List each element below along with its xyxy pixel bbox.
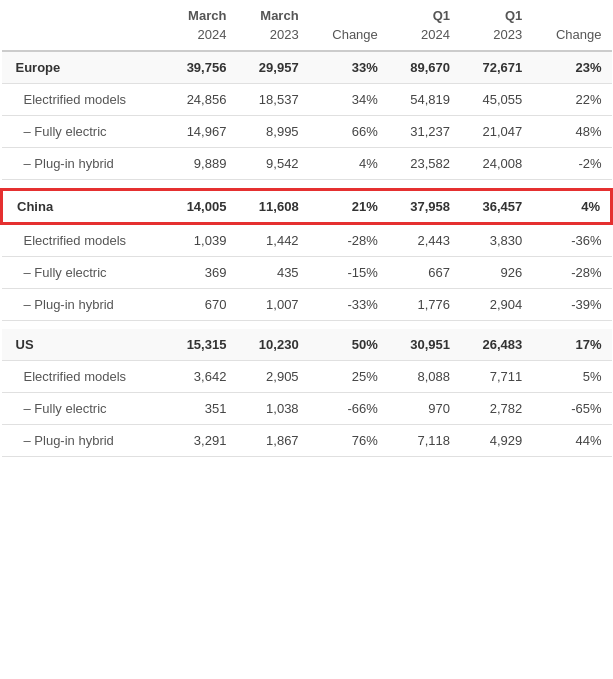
spacer-row: [2, 321, 612, 330]
sub-row-europe-0: Electrified models24,85618,53734%54,8194…: [2, 84, 612, 116]
sub-china-1-col-2: 435: [236, 257, 308, 289]
header-label-col: [2, 0, 165, 25]
sub-europe-1-col-2: 8,995: [236, 116, 308, 148]
sales-table: March March Q1 Q1 2024 2023 Change 2024 …: [0, 0, 613, 457]
sub-china-0-col-5: 3,830: [460, 224, 532, 257]
sub-row-china-2: – Plug-in hybrid6701,007-33%1,7762,904-3…: [2, 289, 612, 321]
sub-us-1-col-6: -65%: [532, 393, 611, 425]
sub-us-0-col-2: 2,905: [236, 361, 308, 393]
region-us-col-0: US: [2, 329, 165, 361]
sub-us-2-col-1: 3,291: [164, 425, 236, 457]
region-us-col-2: 10,230: [236, 329, 308, 361]
header-2023-b: 2023: [460, 25, 532, 51]
sub-europe-0-col-5: 45,055: [460, 84, 532, 116]
sub-us-2-col-5: 4,929: [460, 425, 532, 457]
spacer-cell: [460, 321, 532, 330]
sub-us-0-col-5: 7,711: [460, 361, 532, 393]
header-2023-a: 2023: [236, 25, 308, 51]
region-us-col-6: 17%: [532, 329, 611, 361]
sub-row-us-0: Electrified models3,6422,90525%8,0887,71…: [2, 361, 612, 393]
header-change-1-label: [309, 0, 388, 25]
region-us-col-1: 15,315: [164, 329, 236, 361]
sub-europe-1-col-6: 48%: [532, 116, 611, 148]
sub-china-1-col-4: 667: [388, 257, 460, 289]
region-europe-col-5: 72,671: [460, 51, 532, 84]
sub-europe-2-col-2: 9,542: [236, 148, 308, 180]
region-china-col-4: 37,958: [388, 190, 460, 224]
sub-china-2-col-4: 1,776: [388, 289, 460, 321]
header-change-a: Change: [309, 25, 388, 51]
spacer-cell: [388, 321, 460, 330]
sub-china-1-col-1: 369: [164, 257, 236, 289]
spacer-cell: [532, 180, 611, 190]
spacer-cell: [532, 321, 611, 330]
sub-china-0-col-6: -36%: [532, 224, 611, 257]
sub-china-2-col-5: 2,904: [460, 289, 532, 321]
sub-europe-1-col-4: 31,237: [388, 116, 460, 148]
sub-europe-0-col-6: 22%: [532, 84, 611, 116]
sub-row-europe-1: – Fully electric14,9678,99566%31,23721,0…: [2, 116, 612, 148]
spacer-cell: [164, 180, 236, 190]
sub-europe-2-col-4: 23,582: [388, 148, 460, 180]
sub-us-2-col-3: 76%: [309, 425, 388, 457]
region-us-col-3: 50%: [309, 329, 388, 361]
sub-us-0-col-0: Electrified models: [2, 361, 165, 393]
sub-row-china-0: Electrified models1,0391,442-28%2,4433,8…: [2, 224, 612, 257]
region-china-col-1: 14,005: [164, 190, 236, 224]
sub-china-1-col-3: -15%: [309, 257, 388, 289]
region-china-col-6: 4%: [532, 190, 611, 224]
sub-china-2-col-3: -33%: [309, 289, 388, 321]
sub-china-0-col-4: 2,443: [388, 224, 460, 257]
sub-us-0-col-3: 25%: [309, 361, 388, 393]
sub-china-2-col-0: – Plug-in hybrid: [2, 289, 165, 321]
sub-china-2-col-6: -39%: [532, 289, 611, 321]
region-china-col-5: 36,457: [460, 190, 532, 224]
header-change-2-label: [532, 0, 611, 25]
sub-europe-2-col-0: – Plug-in hybrid: [2, 148, 165, 180]
header-march-2024-label: March: [164, 0, 236, 25]
sub-europe-0-col-4: 54,819: [388, 84, 460, 116]
region-china-col-0: China: [2, 190, 165, 224]
sub-us-2-col-6: 44%: [532, 425, 611, 457]
sub-us-1-col-5: 2,782: [460, 393, 532, 425]
sub-europe-0-col-3: 34%: [309, 84, 388, 116]
spacer-cell: [2, 180, 165, 190]
region-europe-col-4: 89,670: [388, 51, 460, 84]
spacer-cell: [309, 321, 388, 330]
header-march-2023-label: March: [236, 0, 308, 25]
header-row-2: 2024 2023 Change 2024 2023 Change: [2, 25, 612, 51]
sub-china-1-col-5: 926: [460, 257, 532, 289]
sub-china-2-col-1: 670: [164, 289, 236, 321]
region-europe-col-3: 33%: [309, 51, 388, 84]
spacer-cell: [460, 180, 532, 190]
sub-us-2-col-2: 1,867: [236, 425, 308, 457]
sub-china-2-col-2: 1,007: [236, 289, 308, 321]
sub-us-1-col-4: 970: [388, 393, 460, 425]
spacer-cell: [388, 180, 460, 190]
header-2024-b: 2024: [388, 25, 460, 51]
sub-us-1-col-3: -66%: [309, 393, 388, 425]
region-row-us: US15,31510,23050%30,95126,48317%: [2, 329, 612, 361]
sub-us-1-col-0: – Fully electric: [2, 393, 165, 425]
spacer-cell: [236, 321, 308, 330]
header-row-1: March March Q1 Q1: [2, 0, 612, 25]
sub-us-0-col-4: 8,088: [388, 361, 460, 393]
sub-china-0-col-3: -28%: [309, 224, 388, 257]
sub-europe-1-col-5: 21,047: [460, 116, 532, 148]
sub-europe-2-col-5: 24,008: [460, 148, 532, 180]
header-q1-2024-label: Q1: [388, 0, 460, 25]
sub-china-0-col-0: Electrified models: [2, 224, 165, 257]
header-empty: [2, 25, 165, 51]
header-q1-2023-label: Q1: [460, 0, 532, 25]
region-china-col-2: 11,608: [236, 190, 308, 224]
spacer-cell: [164, 321, 236, 330]
sub-row-europe-2: – Plug-in hybrid9,8899,5424%23,58224,008…: [2, 148, 612, 180]
sub-us-0-col-6: 5%: [532, 361, 611, 393]
sub-china-0-col-2: 1,442: [236, 224, 308, 257]
sub-us-2-col-4: 7,118: [388, 425, 460, 457]
region-europe-col-0: Europe: [2, 51, 165, 84]
sub-us-2-col-0: – Plug-in hybrid: [2, 425, 165, 457]
sub-europe-1-col-1: 14,967: [164, 116, 236, 148]
sub-europe-2-col-1: 9,889: [164, 148, 236, 180]
region-us-col-5: 26,483: [460, 329, 532, 361]
